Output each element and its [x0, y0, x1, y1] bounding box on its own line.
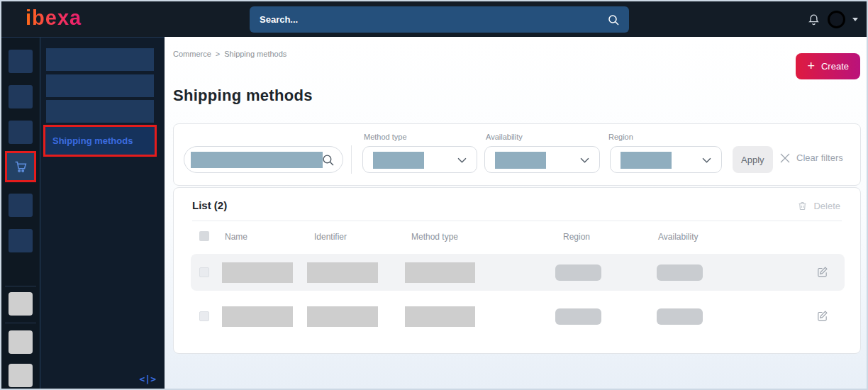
commerce-submenu: Shipping methods <|> [40, 37, 165, 390]
chevron-down-icon [457, 157, 467, 163]
trash-icon [797, 201, 808, 211]
table-row[interactable] [191, 298, 845, 335]
redacted-method-type-cell [405, 306, 475, 327]
filters-panel: Method type Availability Region Apply Cl… [173, 123, 861, 186]
breadcrumb-commerce[interactable]: Commerce [173, 50, 211, 58]
nav-rail-item-5[interactable] [9, 194, 33, 217]
shopping-cart-icon [13, 159, 28, 174]
column-header-method-type: Method type [411, 232, 458, 242]
main-nav-rail [1, 37, 40, 390]
rail-divider [5, 286, 36, 286]
column-header-region: Region [563, 232, 590, 242]
create-button[interactable]: + Create [796, 53, 860, 79]
nav-rail-item-2[interactable] [9, 85, 33, 108]
region-label: Region [608, 133, 633, 141]
redacted-select-value [621, 152, 672, 169]
search-icon [608, 14, 619, 26]
breadcrumb: Commerce>Shipping methods [173, 50, 286, 58]
method-type-label: Method type [364, 133, 407, 141]
column-header-identifier: Identifier [314, 232, 347, 242]
submenu-item-3[interactable] [46, 100, 154, 123]
chevron-down-icon [580, 157, 589, 163]
plus-icon: + [807, 60, 815, 72]
redacted-select-value [495, 152, 546, 169]
nav-rail-bottom-item-2[interactable] [9, 330, 33, 354]
rail-divider [5, 323, 36, 323]
panel-collapse-icon[interactable]: <|> [140, 374, 156, 384]
nav-rail-item-1[interactable] [9, 50, 33, 73]
breadcrumb-separator: > [216, 50, 220, 58]
row-checkbox[interactable] [199, 267, 209, 277]
redacted-region-cell [555, 308, 601, 325]
redacted-name-cell [222, 262, 293, 283]
global-search-bar[interactable]: Search... [250, 6, 629, 33]
method-type-select[interactable] [362, 146, 477, 173]
caret-down-icon[interactable] [852, 18, 858, 21]
nav-rail-bottom-item-3[interactable] [9, 364, 33, 387]
redacted-identifier-cell [307, 306, 378, 327]
edit-icon[interactable] [816, 310, 828, 322]
redacted-select-value [373, 152, 424, 169]
submenu-item-label: Shipping methods [45, 135, 133, 146]
row-checkbox[interactable] [199, 311, 209, 321]
ibexa-logo[interactable]: ibexa [26, 6, 82, 30]
nav-rail-bottom-item-1[interactable] [9, 292, 33, 316]
topbar-actions [807, 1, 858, 37]
redacted-identifier-cell [307, 262, 378, 283]
list-title: List (2) [192, 199, 227, 211]
clear-filters-button[interactable]: Clear filters [780, 152, 843, 163]
nav-rail-item-commerce-active[interactable] [5, 151, 36, 182]
select-all-checkbox[interactable] [199, 231, 209, 241]
redacted-method-type-cell [405, 262, 475, 283]
edit-icon[interactable] [816, 266, 828, 278]
nav-rail-item-6[interactable] [9, 229, 33, 252]
delete-button[interactable]: Delete [797, 201, 840, 211]
clear-filters-label: Clear filters [796, 152, 843, 163]
submenu-item-2[interactable] [46, 74, 154, 97]
delete-button-label: Delete [813, 201, 840, 211]
region-select[interactable] [610, 146, 722, 173]
avatar[interactable] [828, 11, 845, 28]
filter-divider [351, 145, 352, 174]
chevron-down-icon [702, 157, 711, 163]
bell-icon[interactable] [807, 13, 820, 26]
search-icon [322, 154, 334, 166]
x-icon [780, 153, 790, 163]
availability-label: Availability [486, 133, 523, 141]
column-header-name: Name [225, 232, 247, 242]
create-button-label: Create [821, 61, 849, 72]
submenu-item-1[interactable] [46, 48, 154, 71]
redacted-search-value [191, 152, 323, 168]
apply-button[interactable]: Apply [733, 146, 773, 173]
breadcrumb-current-page: Shipping methods [224, 50, 286, 58]
column-header-availability: Availability [658, 232, 698, 242]
redacted-availability-cell [657, 264, 703, 281]
global-search-placeholder: Search... [260, 14, 298, 25]
filter-search-input[interactable] [184, 146, 343, 173]
shipping-methods-list-panel: List (2) Delete Name Identifier Method t… [173, 187, 861, 354]
page-title: Shipping methods [173, 87, 313, 105]
redacted-availability-cell [657, 308, 703, 325]
nav-rail-item-3[interactable] [9, 121, 33, 144]
redacted-name-cell [222, 306, 293, 327]
topbar: ibexa Search... [1, 1, 867, 37]
table-row[interactable] [191, 254, 845, 291]
app-window: ibexa Search... [0, 0, 868, 390]
main-content: Commerce>Shipping methods + Create Shipp… [165, 37, 868, 390]
submenu-item-shipping-methods-active[interactable]: Shipping methods [43, 125, 157, 157]
redacted-region-cell [555, 264, 601, 281]
availability-select[interactable] [484, 146, 600, 173]
list-divider [192, 221, 842, 221]
